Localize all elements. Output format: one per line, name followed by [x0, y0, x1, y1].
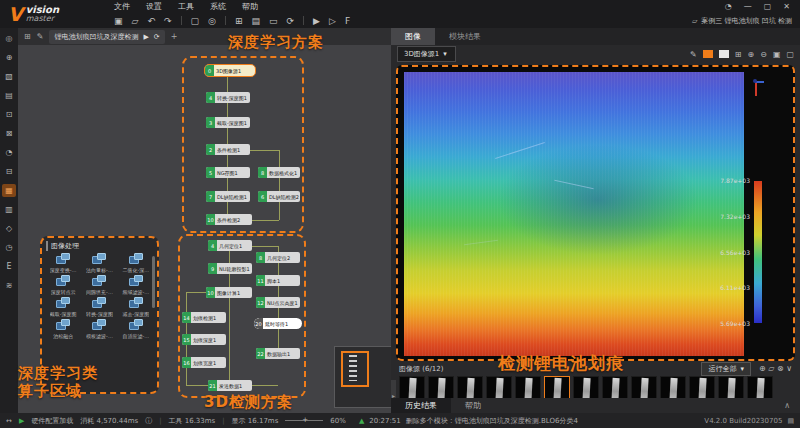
camera-icon[interactable]: ◎ [2, 32, 16, 45]
flow-list-icon[interactable]: ⊞ [24, 32, 31, 41]
run-once-icon[interactable]: ▷ [329, 16, 336, 26]
save-icon[interactable]: ▣ [114, 16, 123, 26]
operator-深度变换-…[interactable]: 深度变换-… [46, 253, 80, 273]
menu-item-设置[interactable]: 设置 [146, 1, 162, 12]
tag-icon[interactable]: ◇ [2, 222, 16, 235]
flow-node-条件检测2[interactable]: 10条件检测2 [206, 214, 252, 225]
comm-icon[interactable]: ≋ [2, 279, 16, 292]
camera-icon[interactable]: ◎ [208, 16, 216, 26]
operator-减去-深度图[interactable]: 减去-深度图 [119, 297, 153, 317]
chart-icon[interactable]: ▥ [2, 203, 16, 216]
collapse-strip-icon[interactable]: ∨ [786, 364, 792, 373]
operator-间隙填充-…[interactable]: 间隙填充-… [82, 275, 116, 295]
depth-heatmap-image[interactable] [404, 72, 744, 356]
flow-tab[interactable]: 锂电池划痕凹坑及深度检测 ▶ ⟳ [49, 30, 164, 44]
clock-icon[interactable]: ◷ [2, 241, 16, 254]
refresh-icon[interactable]: ⟳ [286, 16, 294, 26]
window-icon[interactable]: ▢ [191, 16, 200, 26]
import-folder-icon[interactable]: ▱ [768, 364, 777, 373]
flow-settings-icon[interactable]: ✎ [37, 32, 44, 41]
flow-node-数据输出1[interactable]: 22数据输出1 [256, 348, 300, 359]
image-source-select[interactable]: 3D图像源1 ▾ [397, 46, 456, 62]
tab-帮助[interactable]: 帮助 [451, 398, 495, 413]
image-display-area[interactable]: 7.87e+037.32e+036.56e+036.11e+035.69e+03 [396, 65, 795, 361]
flow-node-条件检测1[interactable]: 2条件检测1 [206, 144, 250, 155]
flow-node-3D图像源1[interactable]: 03D图像源1 [204, 64, 256, 77]
flow-run-icon[interactable]: ▶ [143, 33, 148, 41]
redo-icon[interactable]: ↷ [164, 16, 172, 26]
flow-node-截取-深度图1[interactable]: 3截取-深度图1 [206, 117, 250, 128]
operator-二值化-深…[interactable]: 二值化-深… [119, 253, 153, 273]
flow-node-图像计算1[interactable]: 10图像计算1 [206, 287, 252, 298]
zoom-slider[interactable]: + [285, 420, 323, 421]
deep-learning-icon[interactable]: ▦ [2, 184, 16, 197]
filter-icon[interactable]: ⊞ [235, 16, 243, 26]
flow-node-几何定位1[interactable]: 4几何定位1 [208, 240, 252, 251]
flow-node-DL缺陷检测2[interactable]: 6DL缺陷检测2 [258, 191, 300, 202]
tab-历史结果[interactable]: 历史结果 [391, 398, 451, 413]
operator-模板滤波-…[interactable]: 模板滤波-… [82, 319, 116, 339]
flow-node-几何定位2[interactable]: 8几何定位2 [256, 252, 300, 263]
fullscreen-icon[interactable]: ▢ [786, 50, 794, 59]
flow-canvas[interactable]: ⊞ ✎ 锂电池划痕凹坑及深度检测 ▶ ⟳ + 03D图像源14转换-深度图13截… [18, 28, 391, 413]
menu-item-文件[interactable]: 文件 [114, 1, 130, 12]
flow-node-DL缺陷检测1[interactable]: 7DL缺陷检测1 [206, 191, 250, 202]
operator-深度转点云[interactable]: 深度转点云 [46, 275, 80, 295]
color-wheel-icon[interactable]: ◔ [2, 146, 16, 159]
flow-node-NG存图1[interactable]: 5NG存图1 [206, 167, 250, 178]
fit-view-icon[interactable]: ⊞ [735, 50, 742, 59]
panel-scrollbar[interactable] [152, 256, 155, 308]
memory-card-icon[interactable]: ▭ [269, 16, 278, 26]
add-flow-tab-button[interactable]: + [171, 32, 178, 41]
operator-自适应滤-…[interactable]: 自适应滤-… [119, 319, 153, 339]
image-edit-icon[interactable]: ▧ [2, 70, 16, 83]
add-image-icon[interactable]: ⊕ [759, 364, 768, 373]
tab-模块结果[interactable]: 模块结果 [435, 28, 495, 45]
draw-icon[interactable]: ✎ [690, 50, 697, 59]
flow-node-NU轮廓投影1[interactable]: 9NU轮廓投影1 [208, 263, 252, 274]
flow-node-延时等待1[interactable]: 20延时等待1 [254, 318, 302, 329]
zoom-out-icon[interactable]: ⊖ [760, 50, 767, 59]
timer-icon[interactable]: ◔ [725, 2, 732, 11]
flow-node-划痕检测1[interactable]: 14划痕检测1 [182, 312, 226, 323]
delete-image-icon[interactable]: ⊗ [777, 364, 786, 373]
collapse-panel-icon[interactable]: ∧ [784, 401, 800, 410]
run-icon[interactable]: ▶ [313, 16, 320, 26]
maximize-button[interactable]: ▢ [764, 2, 772, 11]
menu-item-系统[interactable]: 系统 [210, 1, 226, 12]
layers-icon[interactable]: ▤ [2, 89, 16, 102]
focus-icon[interactable]: ⊡ [2, 108, 16, 121]
flow-node-转换-深度图1[interactable]: 4转换-深度图1 [206, 92, 250, 103]
operator-泊松融合[interactable]: 泊松融合 [46, 319, 80, 339]
zoom-in-icon[interactable]: ⊕ [747, 50, 754, 59]
tab-图像[interactable]: 图像 [391, 28, 435, 45]
flow-node-发送数据1[interactable]: 21发送数据1 [208, 380, 252, 391]
flow-node-脚本1[interactable]: 11脚本1 [256, 275, 300, 286]
film-icon[interactable]: ▤ [251, 16, 260, 26]
target-icon[interactable]: ⊕ [2, 51, 16, 64]
menu-item-工具[interactable]: 工具 [178, 1, 194, 12]
flow-node-划痕宽度1[interactable]: 16划痕宽度1 [182, 357, 226, 368]
operator-转换-深度图[interactable]: 转换-深度图 [82, 297, 116, 317]
measure-icon[interactable]: ⊠ [2, 127, 16, 140]
one-to-one-icon[interactable]: ▣ [773, 50, 781, 59]
script-e-icon[interactable]: E [2, 260, 16, 273]
flow-node-NU点云高度1[interactable]: 12NU点云高度1 [256, 297, 300, 308]
operator-法向量标-…[interactable]: 法向量标-… [82, 253, 116, 273]
swatch-white[interactable] [719, 50, 729, 58]
minimize-button[interactable]: — [744, 2, 752, 11]
open-icon[interactable]: ▱ [132, 16, 139, 26]
flow-loop-icon[interactable]: ⟳ [154, 33, 160, 41]
flow-node-数据格式化1[interactable]: 8数据格式化1 [258, 167, 300, 178]
swatch-orange[interactable] [703, 50, 713, 58]
flow-node-划痕深度1[interactable]: 15划痕深度1 [182, 334, 226, 345]
flow-f-icon[interactable]: F [345, 16, 350, 26]
resize-handle-icon[interactable]: ↔ [6, 417, 12, 425]
operator-截取-深度图[interactable]: 截取-深度图 [46, 297, 80, 317]
close-button[interactable]: ✕ [783, 2, 790, 11]
operator-频域滤波-…[interactable]: 频域滤波-… [119, 275, 153, 295]
menu-item-帮助[interactable]: 帮助 [242, 1, 258, 12]
compare-icon[interactable]: ⊟ [2, 165, 16, 178]
undo-icon[interactable]: ↶ [147, 16, 155, 26]
run-all-button[interactable]: 运行全部 ▾ [701, 362, 751, 376]
